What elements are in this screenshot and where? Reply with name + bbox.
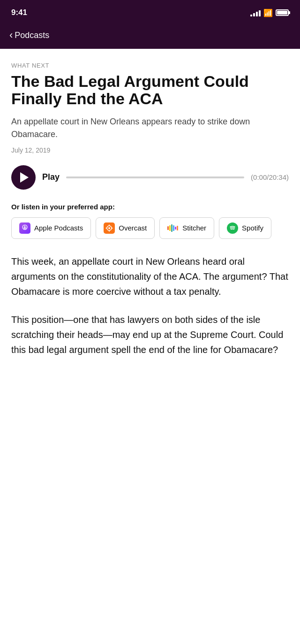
svg-rect-9 xyxy=(175,227,176,230)
play-label: Play xyxy=(42,172,60,182)
play-icon xyxy=(20,172,29,183)
chevron-left-icon: ‹ xyxy=(9,29,13,41)
play-button[interactable] xyxy=(11,165,36,190)
progress-bar[interactable] xyxy=(66,176,244,178)
back-label: Podcasts xyxy=(15,31,49,40)
section-label: WHAT NEXT xyxy=(11,62,289,69)
status-time: 9:41 xyxy=(11,8,27,17)
svg-rect-6 xyxy=(169,225,171,231)
svg-point-4 xyxy=(108,227,110,229)
svg-rect-7 xyxy=(171,224,172,232)
wifi-icon: 📶 xyxy=(263,8,273,17)
overcast-label: Overcast xyxy=(119,224,147,232)
overcast-button[interactable]: Overcast xyxy=(96,217,155,239)
time-display: (0:00/20:34) xyxy=(251,173,289,181)
app-buttons-row: Apple Podcasts Overcast xyxy=(11,217,289,239)
episode-title: The Bad Legal Argument Could Finally End… xyxy=(11,73,289,108)
body-paragraph-1: This week, an appellate court in New Orl… xyxy=(11,254,289,299)
episode-date: July 12, 2019 xyxy=(11,146,289,154)
stitcher-icon xyxy=(167,222,179,234)
status-icons: 📶 xyxy=(250,8,289,17)
spotify-icon xyxy=(227,222,238,234)
stitcher-button[interactable]: Stitcher xyxy=(159,217,214,239)
content-area: WHAT NEXT The Bad Legal Argument Could F… xyxy=(0,49,300,389)
apple-podcasts-icon xyxy=(19,222,30,234)
player-row: Play (0:00/20:34) xyxy=(11,165,289,190)
battery-icon xyxy=(276,9,289,16)
spotify-label: Spotify xyxy=(242,224,263,232)
signal-icon xyxy=(250,9,261,16)
listen-label: Or listen in your preferred app: xyxy=(11,203,289,211)
svg-rect-5 xyxy=(167,226,169,230)
apple-podcasts-label: Apple Podcasts xyxy=(34,224,83,232)
stitcher-label: Stitcher xyxy=(182,224,206,232)
svg-rect-8 xyxy=(173,225,174,231)
episode-description: An appellate court in New Orleans appear… xyxy=(11,115,289,141)
apple-podcasts-button[interactable]: Apple Podcasts xyxy=(11,217,91,239)
status-bar: 9:41 📶 xyxy=(0,0,300,25)
back-button[interactable]: ‹ Podcasts xyxy=(9,29,49,41)
overcast-icon xyxy=(104,222,115,234)
svg-rect-10 xyxy=(177,226,178,230)
nav-bar: ‹ Podcasts xyxy=(0,25,300,49)
spotify-button[interactable]: Spotify xyxy=(219,217,271,239)
body-paragraph-2: This position—one that has lawyers on bo… xyxy=(11,312,289,357)
